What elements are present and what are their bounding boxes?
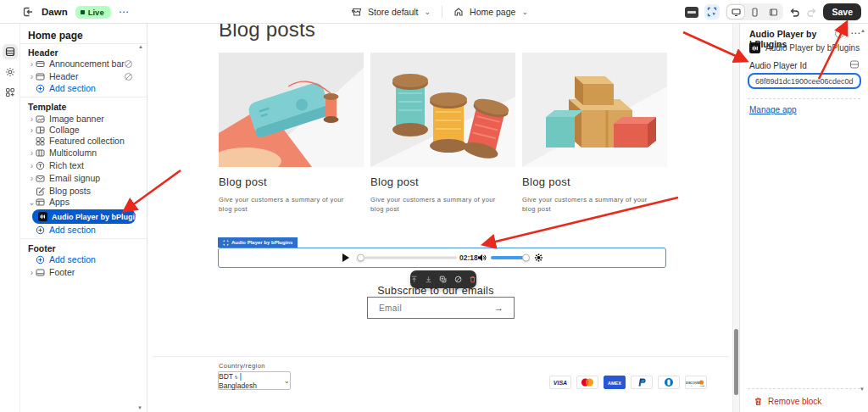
dynamic-source-icon[interactable]: [849, 59, 860, 70]
svg-text:AMEX: AMEX: [608, 381, 621, 386]
sidebar-item-apps[interactable]: ⌄ Apps: [20, 196, 142, 208]
more-actions-icon[interactable]: ⋯: [119, 6, 130, 18]
announcement-bar-icon: [36, 59, 45, 69]
blog-card[interactable]: Blog post Give your customers a summary …: [522, 53, 667, 214]
rich-text-icon: [36, 161, 45, 170]
sidebar-item-audio-player-selected[interactable]: Audio Player by bPlugins: [32, 209, 136, 224]
hide-block-icon[interactable]: [454, 275, 462, 284]
volume-handle[interactable]: [522, 254, 530, 262]
volume-track[interactable]: [491, 256, 526, 259]
preview-scrollbar-thumb[interactable]: [734, 329, 738, 395]
footer-section-icon: [36, 268, 45, 277]
page-selector[interactable]: Home page: [470, 7, 515, 17]
mobile-preview-icon[interactable]: [746, 5, 763, 19]
sidebar-item-header[interactable]: › Header: [20, 70, 142, 82]
audio-player-id-label: Audio Player Id: [749, 61, 807, 70]
exit-editor-icon[interactable]: [22, 6, 34, 18]
sidebar-item-email-signup[interactable]: › Email signup: [20, 172, 142, 184]
blog-card[interactable]: Blog post Give your customers a summary …: [219, 53, 364, 214]
help-icon[interactable]: ?: [835, 29, 844, 38]
progress-track[interactable]: [364, 257, 457, 259]
manage-app-link[interactable]: Manage app: [749, 105, 797, 114]
eye-slash-icon[interactable]: [124, 72, 133, 81]
sidebar-item-label: Collage: [49, 125, 80, 135]
eye-slash-icon[interactable]: [124, 59, 133, 69]
save-button[interactable]: Save: [823, 3, 861, 20]
add-section-template-button[interactable]: Add section: [20, 224, 142, 236]
preview-eye-icon[interactable]: [685, 7, 698, 18]
plus-circle-icon: [36, 225, 45, 235]
country-region-select[interactable]: BDT ৳ | Bangladesh ⌄: [218, 371, 291, 390]
email-signup-icon: [36, 174, 45, 183]
collage-icon: [36, 125, 45, 135]
footer-group-label: Footer: [28, 243, 56, 253]
blog-card-title[interactable]: Blog post: [370, 175, 515, 188]
blog-card-title[interactable]: Blog post: [522, 175, 667, 188]
app-embeds-tab-icon[interactable]: [3, 85, 18, 100]
sidebar-item-blog-posts[interactable]: Blog posts: [20, 185, 142, 197]
blog-card-description: Give your customers a summary of your bl…: [370, 195, 506, 214]
store-icon: [352, 7, 362, 17]
visa-icon: VISA: [549, 376, 571, 389]
chevron-right-icon[interactable]: ›: [28, 114, 36, 124]
blog-card-title[interactable]: Blog post: [219, 175, 364, 188]
sections-tab-icon[interactable]: [3, 44, 18, 59]
sidebar-scroll-down-icon[interactable]: ▼: [137, 405, 142, 410]
panel-more-icon[interactable]: ⋯: [850, 27, 861, 39]
audio-player-id-input[interactable]: [748, 73, 861, 89]
chevron-right-icon[interactable]: ›: [28, 59, 36, 69]
play-button[interactable]: [342, 253, 349, 262]
store-default-selector[interactable]: Store default: [368, 7, 419, 17]
redo-icon[interactable]: [806, 7, 817, 18]
amex-icon: AMEX: [604, 376, 626, 389]
move-down-icon[interactable]: [425, 275, 432, 284]
fullscreen-icon[interactable]: [765, 5, 782, 19]
sidebar-item-footer[interactable]: › Footer: [20, 266, 142, 278]
chevron-down-icon[interactable]: ⌄: [28, 198, 36, 207]
chevron-right-icon[interactable]: ›: [28, 125, 36, 135]
live-badge: Live: [75, 6, 111, 19]
header-group-label: Header: [28, 47, 58, 58]
sidebar-item-multicolumn[interactable]: › Multicolumn: [20, 147, 142, 159]
app-name: Audio Player by bPlugins: [765, 43, 860, 53]
inspector-icon[interactable]: [704, 4, 720, 19]
add-section-footer-button[interactable]: Add section: [20, 253, 142, 265]
top-bar: Dawn Live ⋯ Store default ⌄ Home page ⌄ …: [0, 0, 868, 24]
remove-block-button[interactable]: Remove block: [754, 397, 821, 406]
undo-icon[interactable]: [789, 7, 800, 18]
chevron-right-icon[interactable]: ›: [28, 72, 36, 81]
sidebar-item-collage[interactable]: › Collage: [20, 124, 142, 136]
chevron-right-icon[interactable]: ›: [28, 161, 36, 170]
chevron-right-icon[interactable]: ›: [28, 268, 36, 277]
panel-scroll-down-icon[interactable]: ▼: [860, 387, 865, 392]
blog-cards-row: Blog post Give your customers a summary …: [219, 53, 667, 214]
sidebar-item-featured-collection[interactable]: Featured collection: [20, 135, 142, 147]
blog-posts-heading: Blog posts: [219, 24, 315, 42]
submit-arrow-icon[interactable]: →: [494, 303, 514, 313]
sidebar-scroll-up-icon[interactable]: ▲: [138, 44, 143, 49]
multicolumn-icon: [36, 148, 45, 158]
panel-scroll-up-icon[interactable]: ▲: [860, 28, 865, 33]
blog-card[interactable]: Blog post Give your customers a summary …: [370, 53, 515, 214]
player-settings-gear-icon[interactable]: [534, 253, 543, 263]
audio-player-block[interactable]: 02:18: [218, 248, 666, 268]
move-up-icon[interactable]: [410, 275, 418, 284]
chevron-right-icon[interactable]: ›: [28, 148, 36, 158]
sidebar-item-announcement-bar[interactable]: › Announcement bar: [20, 58, 142, 70]
sidebar-item-label: Rich text: [49, 160, 84, 170]
sidebar-item-image-banner[interactable]: › Image banner: [20, 113, 142, 125]
sidebar-page-title: Home page: [28, 30, 83, 42]
desktop-preview-icon[interactable]: [727, 5, 744, 19]
delete-block-icon[interactable]: [469, 275, 476, 284]
email-input[interactable]: [368, 303, 494, 313]
add-section-header-button[interactable]: Add section: [20, 82, 142, 94]
sections-sidebar: Home page ▲ Header › Announcement bar › …: [20, 24, 147, 412]
chevron-right-icon[interactable]: ›: [28, 174, 36, 183]
mastercard-icon: [576, 376, 598, 389]
block-toolbar: [410, 270, 476, 288]
app-block-label[interactable]: Audio Player by bPlugins: [218, 237, 298, 248]
sidebar-item-rich-text[interactable]: › Rich text: [20, 159, 142, 171]
theme-settings-tab-icon[interactable]: [3, 64, 18, 80]
volume-icon[interactable]: [477, 253, 487, 263]
duplicate-icon[interactable]: [439, 275, 447, 284]
